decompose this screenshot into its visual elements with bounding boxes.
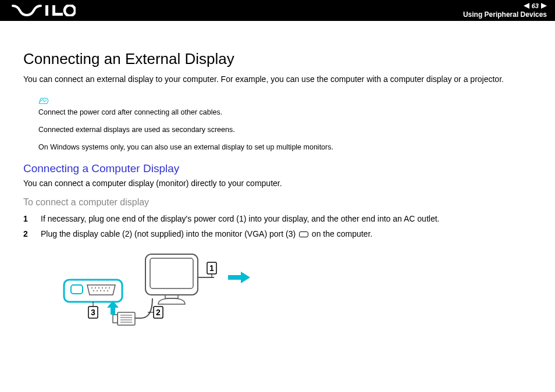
- note-line-2: Connected external displays are used as …: [38, 125, 532, 134]
- diagram-label-2: 2: [156, 308, 161, 317]
- svg-point-13: [97, 290, 98, 291]
- note-icon: [38, 96, 49, 106]
- svg-rect-29: [113, 315, 118, 323]
- section-name: Using Peripheral Devices: [463, 10, 547, 19]
- svg-rect-18: [150, 258, 193, 288]
- svg-point-14: [100, 290, 101, 291]
- note-line-3: On Windows systems only, you can also us…: [38, 142, 532, 152]
- svg-point-6: [91, 287, 92, 288]
- svg-point-15: [104, 290, 105, 291]
- step-text: If necessary, plug one end of the displa…: [41, 213, 532, 225]
- svg-point-9: [102, 287, 103, 288]
- svg-rect-24: [118, 312, 135, 325]
- svg-point-11: [109, 287, 110, 288]
- steps-list: 1 If necessary, plug one end of the disp…: [23, 213, 532, 240]
- svg-point-8: [98, 287, 99, 288]
- svg-point-3: [65, 5, 75, 16]
- subheading: Connecting a Computer Display: [23, 162, 532, 175]
- connection-diagram: 1 2 3: [42, 248, 532, 344]
- svg-rect-22: [228, 275, 241, 280]
- svg-point-16: [107, 290, 108, 291]
- page-title: Connecting an External Display: [23, 50, 532, 68]
- page-header: 63 Using Peripheral Devices: [0, 0, 555, 21]
- nav-next-icon[interactable]: [541, 3, 547, 9]
- step-1: 1 If necessary, plug one end of the disp…: [23, 213, 532, 225]
- vga-port-icon: [299, 231, 308, 237]
- vaio-logo: [12, 5, 76, 16]
- sub-intro: You can connect a computer display (moni…: [23, 179, 532, 188]
- page-number: 63: [532, 2, 539, 9]
- svg-rect-2: [52, 13, 63, 16]
- nav-prev-icon[interactable]: [524, 3, 529, 9]
- page-content: Connecting an External Display You can c…: [0, 21, 555, 344]
- procedure-heading: To connect a computer display: [23, 197, 532, 208]
- svg-rect-32: [111, 308, 115, 315]
- step-number: 1: [23, 213, 30, 225]
- header-right: 63 Using Peripheral Devices: [463, 2, 547, 19]
- note-block: Connect the power cord after connecting …: [38, 96, 532, 152]
- diagram-label-1: 1: [209, 263, 214, 273]
- step-2: 2 Plug the display cable (2) (not suppli…: [23, 229, 532, 240]
- svg-rect-5: [71, 285, 83, 294]
- step-number: 2: [23, 229, 30, 240]
- step-text-part-a: Plug the display cable (2) (not supplied…: [41, 229, 298, 238]
- svg-marker-23: [241, 272, 250, 283]
- page-navigation: 63: [463, 2, 547, 9]
- svg-rect-0: [45, 5, 48, 16]
- svg-point-10: [105, 287, 106, 288]
- diagram-label-3: 3: [91, 308, 95, 317]
- svg-point-12: [93, 290, 94, 291]
- step-text: Plug the display cable (2) (not supplied…: [41, 229, 532, 240]
- step-text-part-b: on the computer.: [309, 229, 372, 238]
- note-line-1: Connect the power cord after connecting …: [38, 108, 532, 117]
- intro-paragraph: You can connect an external display to y…: [23, 74, 532, 85]
- svg-point-7: [95, 287, 96, 288]
